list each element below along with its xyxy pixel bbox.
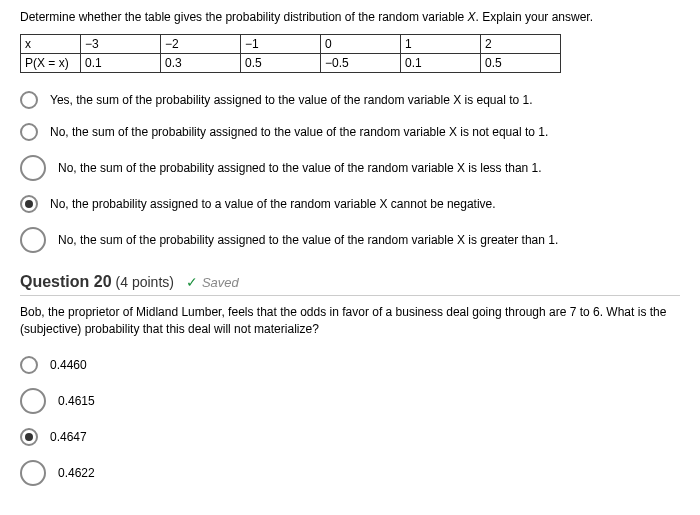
radio-icon bbox=[20, 123, 38, 141]
opt-label: No, the probability assigned to a value … bbox=[50, 197, 496, 211]
q20-opt-1[interactable]: 0.4615 bbox=[20, 388, 680, 414]
q19-opt-0[interactable]: Yes, the sum of the probability assigned… bbox=[20, 91, 680, 109]
opt-label: 0.4460 bbox=[50, 358, 87, 372]
td-c4: −0.5 bbox=[321, 54, 401, 73]
th-c2: −2 bbox=[161, 35, 241, 54]
td-c6: 0.5 bbox=[481, 54, 561, 73]
opt-label: Yes, the sum of the probability assigned… bbox=[50, 93, 533, 107]
q20-header: Question 20 (4 points) ✓Saved bbox=[20, 273, 680, 296]
probability-table: x −3 −2 −1 0 1 2 P(X = x) 0.1 0.3 0.5 −0… bbox=[20, 34, 561, 73]
opt-label: No, the sum of the probability assigned … bbox=[50, 125, 548, 139]
q19-opt-1[interactable]: No, the sum of the probability assigned … bbox=[20, 123, 680, 141]
td-c3: 0.5 bbox=[241, 54, 321, 73]
td-c5: 0.1 bbox=[401, 54, 481, 73]
q19-opt-4[interactable]: No, the sum of the probability assigned … bbox=[20, 227, 680, 253]
td-c2: 0.3 bbox=[161, 54, 241, 73]
th-c6: 2 bbox=[481, 35, 561, 54]
th-x: x bbox=[21, 35, 81, 54]
q19-prompt-post: . Explain your answer. bbox=[476, 10, 593, 24]
opt-label: 0.4615 bbox=[58, 394, 95, 408]
table-row: P(X = x) 0.1 0.3 0.5 −0.5 0.1 0.5 bbox=[21, 54, 561, 73]
th-c4: 0 bbox=[321, 35, 401, 54]
radio-icon bbox=[20, 460, 46, 486]
q19-prompt-pre: Determine whether the table gives the pr… bbox=[20, 10, 468, 24]
q20-title: Question 20 bbox=[20, 273, 112, 291]
opt-label: No, the sum of the probability assigned … bbox=[58, 233, 558, 247]
radio-icon-selected bbox=[20, 195, 38, 213]
opt-label: No, the sum of the probability assigned … bbox=[58, 161, 542, 175]
q20-opt-2[interactable]: 0.4647 bbox=[20, 428, 680, 446]
q20-points: (4 points) bbox=[116, 274, 174, 290]
radio-icon bbox=[20, 91, 38, 109]
q20-opt-0[interactable]: 0.4460 bbox=[20, 356, 680, 374]
radio-icon bbox=[20, 155, 46, 181]
radio-icon bbox=[20, 388, 46, 414]
th-c3: −1 bbox=[241, 35, 321, 54]
radio-icon bbox=[20, 227, 46, 253]
q19-var: X bbox=[468, 10, 476, 24]
th-c5: 1 bbox=[401, 35, 481, 54]
q20-opt-3[interactable]: 0.4622 bbox=[20, 460, 680, 486]
opt-label: 0.4622 bbox=[58, 466, 95, 480]
q19-opt-3[interactable]: No, the probability assigned to a value … bbox=[20, 195, 680, 213]
opt-label: 0.4647 bbox=[50, 430, 87, 444]
q20-options: 0.4460 0.4615 0.4647 0.4622 bbox=[20, 356, 680, 486]
check-icon: ✓ bbox=[186, 274, 198, 290]
saved-label: Saved bbox=[202, 275, 239, 290]
table-row: x −3 −2 −1 0 1 2 bbox=[21, 35, 561, 54]
q19-opt-2[interactable]: No, the sum of the probability assigned … bbox=[20, 155, 680, 181]
radio-icon bbox=[20, 356, 38, 374]
q19-prompt: Determine whether the table gives the pr… bbox=[20, 10, 680, 24]
q19-options: Yes, the sum of the probability assigned… bbox=[20, 91, 680, 253]
td-px: P(X = x) bbox=[21, 54, 81, 73]
td-c1: 0.1 bbox=[81, 54, 161, 73]
saved-indicator: ✓Saved bbox=[186, 274, 239, 290]
radio-icon-selected bbox=[20, 428, 38, 446]
q20-body: Bob, the proprietor of Midland Lumber, f… bbox=[20, 304, 680, 338]
th-c1: −3 bbox=[81, 35, 161, 54]
